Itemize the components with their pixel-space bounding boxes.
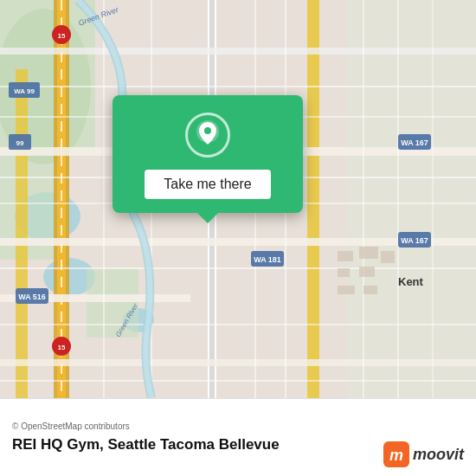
svg-text:WA 167: WA 167 (401, 236, 428, 245)
moovit-m-icon: m (383, 441, 409, 467)
location-icon-wrap (185, 113, 230, 158)
svg-rect-56 (338, 251, 353, 261)
svg-text:99: 99 (16, 139, 24, 147)
take-me-there-button[interactable]: Take me there (145, 170, 270, 199)
svg-text:WA 516: WA 516 (18, 293, 46, 301)
svg-rect-8 (346, 0, 476, 398)
bottom-bar: © OpenStreetMap contributors REI HQ Gym,… (0, 398, 476, 476)
svg-text:15: 15 (58, 32, 66, 40)
svg-rect-16 (0, 48, 476, 55)
svg-rect-20 (0, 359, 476, 366)
svg-rect-62 (363, 286, 377, 294)
svg-text:WA 181: WA 181 (254, 255, 281, 264)
location-pin-icon (196, 120, 220, 150)
svg-rect-7 (87, 268, 138, 338)
svg-text:m: m (389, 447, 403, 464)
popup-card: Take me there (113, 95, 303, 213)
map-attribution: © OpenStreetMap contributors (12, 421, 464, 431)
svg-text:WA 99: WA 99 (14, 87, 35, 95)
svg-rect-12 (16, 69, 28, 398)
moovit-logo: m moovit (383, 441, 464, 467)
moovit-text: moovit (413, 446, 464, 464)
svg-text:Kent: Kent (398, 275, 424, 288)
svg-point-64 (204, 127, 211, 134)
svg-rect-57 (359, 247, 378, 259)
svg-rect-59 (359, 267, 375, 277)
map-container[interactable]: WA 181 WA 167 WA 167 WA 181 WA 516 15 15… (0, 0, 476, 398)
svg-text:15: 15 (58, 344, 66, 351)
svg-rect-58 (338, 268, 350, 277)
svg-rect-13 (307, 0, 319, 398)
svg-rect-60 (381, 251, 395, 263)
svg-rect-61 (338, 286, 355, 294)
svg-text:WA 167: WA 167 (401, 138, 428, 147)
